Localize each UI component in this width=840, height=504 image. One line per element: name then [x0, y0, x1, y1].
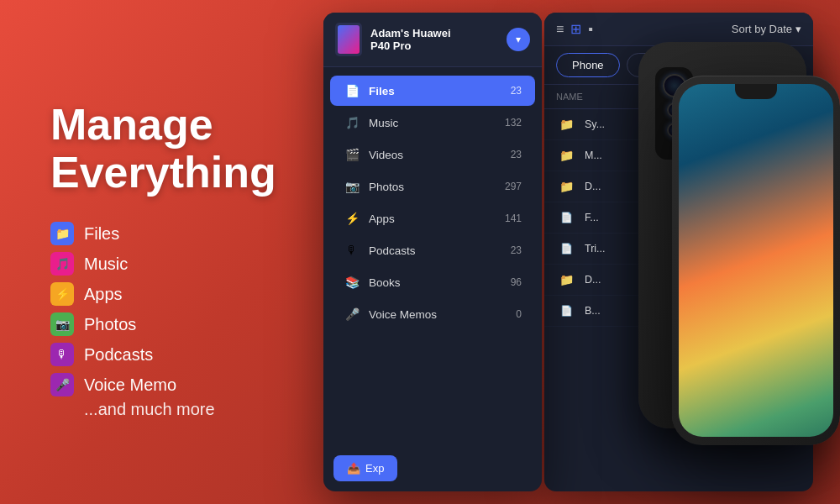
- apps-count: 141: [505, 213, 522, 224]
- sidebar-item-books[interactable]: 📚 Books 96: [330, 267, 535, 297]
- phone-front: [672, 76, 840, 445]
- device-icon: [335, 23, 362, 56]
- books-menu-label: Books: [369, 276, 511, 289]
- videos-count: 23: [511, 149, 522, 160]
- podcasts-menu-label: Podcasts: [369, 244, 511, 257]
- device-dropdown-button[interactable]: ▾: [507, 28, 530, 51]
- heading-line1: Manage: [50, 101, 276, 149]
- music-menu-label: Music: [369, 117, 505, 129]
- voice-menu-label: Voice Memos: [369, 308, 516, 321]
- feature-item-apps: ⚡ Apps: [50, 282, 276, 306]
- music-menu-icon: 🎵: [344, 116, 360, 129]
- feature-label-apps: Apps: [84, 285, 123, 304]
- feature-label-music: Music: [84, 255, 128, 274]
- feature-item-voice: 🎤 Voice Memo: [50, 373, 276, 396]
- feature-list: 📁 Files 🎵 Music ⚡ Apps 📷 Photos 🎙 Podcas…: [50, 222, 276, 396]
- sidebar-item-music[interactable]: 🎵 Music 132: [330, 108, 535, 138]
- videos-menu-label: Videos: [369, 149, 511, 161]
- files-count: 23: [511, 85, 522, 97]
- feature-item-files: 📁 Files: [50, 222, 276, 245]
- apps-icon: ⚡: [50, 282, 74, 306]
- export-icon: 📤: [347, 462, 360, 475]
- videos-menu-icon: 🎬: [344, 148, 360, 161]
- export-button[interactable]: 📤 Exp: [333, 455, 397, 481]
- voice-menu-icon: 🎤: [344, 307, 360, 321]
- export-label: Exp: [365, 462, 384, 475]
- feature-label-podcasts: Podcasts: [84, 345, 153, 365]
- photos-menu-label: Photos: [369, 181, 505, 193]
- more-text: ...and much more: [84, 400, 276, 419]
- sidebar-item-files[interactable]: 📄 Files 23: [330, 76, 535, 106]
- sidebar-item-apps[interactable]: ⚡ Apps 141: [330, 203, 535, 234]
- sidebar-item-voice[interactable]: 🎤 Voice Memos 0: [330, 299, 535, 329]
- sidebar-menu: 📄 Files 23 🎵 Music 132 🎬 Videos 23 📷 Pho…: [323, 67, 542, 338]
- files-icon: 📁: [50, 222, 74, 245]
- photos-count: 297: [505, 181, 522, 192]
- voice-count: 0: [516, 308, 522, 320]
- pdf-icon: 📄: [556, 209, 576, 226]
- device-name-line1: Adam's Huawei: [370, 27, 507, 39]
- feature-label-photos: Photos: [84, 315, 136, 334]
- music-icon: 🎵: [50, 252, 74, 276]
- phone-device: HUAWEI: [588, 25, 840, 504]
- main-heading: Manage Everything: [50, 101, 276, 197]
- phone-ui-panel: Adam's Huawei P40 Pro ▾ 📄 Files 23 🎵 Mus…: [323, 13, 542, 491]
- sidebar-item-photos[interactable]: 📷 Photos 297: [330, 171, 535, 202]
- left-panel: Manage Everything 📁 Files 🎵 Music ⚡ Apps…: [50, 101, 276, 419]
- podcasts-menu-icon: 🎙: [344, 244, 360, 257]
- folder-icon: 📁: [556, 147, 576, 164]
- books-menu-icon: 📚: [344, 276, 360, 289]
- grid-view-icon[interactable]: ⊞: [570, 21, 581, 37]
- voicememo-icon: 🎤: [50, 373, 74, 396]
- podcasts-count: 23: [511, 244, 522, 256]
- feature-item-podcasts: 🎙 Podcasts: [50, 343, 276, 366]
- files-menu-icon: 📄: [344, 84, 360, 97]
- device-name: Adam's Huawei P40 Pro: [370, 27, 507, 52]
- books-count: 96: [511, 276, 522, 288]
- music-count: 132: [505, 117, 522, 129]
- sidebar-item-videos[interactable]: 🎬 Videos 23: [330, 139, 535, 170]
- apps-menu-icon: ⚡: [344, 212, 360, 225]
- list-view-icon[interactable]: ≡: [556, 22, 564, 37]
- photos-icon: 📷: [50, 312, 74, 336]
- sidebar-item-podcasts[interactable]: 🎙 Podcasts 23: [330, 235, 535, 265]
- feature-item-photos: 📷 Photos: [50, 312, 276, 336]
- podcasts-icon: 🎙: [50, 343, 74, 366]
- phone-notch: [735, 84, 777, 99]
- photos-menu-icon: 📷: [344, 180, 360, 193]
- folder-icon: 📁: [556, 271, 576, 288]
- heading-line2: Everything: [50, 149, 276, 197]
- feature-label-files: Files: [84, 224, 119, 244]
- folder-icon: 📁: [556, 178, 576, 195]
- files-menu-label: Files: [369, 85, 511, 97]
- pdf-icon: 📄: [556, 302, 576, 319]
- device-name-line2: P40 Pro: [370, 39, 507, 52]
- dropdown-chevron-icon: ▾: [516, 34, 521, 45]
- folder-icon: 📁: [556, 116, 576, 133]
- feature-item-music: 🎵 Music: [50, 252, 276, 276]
- apps-menu-label: Apps: [369, 213, 505, 225]
- file-icon: 📄: [556, 240, 576, 257]
- feature-label-voice: Voice Memo: [84, 375, 176, 395]
- device-header: Adam's Huawei P40 Pro ▾: [323, 13, 542, 67]
- phone-screen: [679, 84, 833, 437]
